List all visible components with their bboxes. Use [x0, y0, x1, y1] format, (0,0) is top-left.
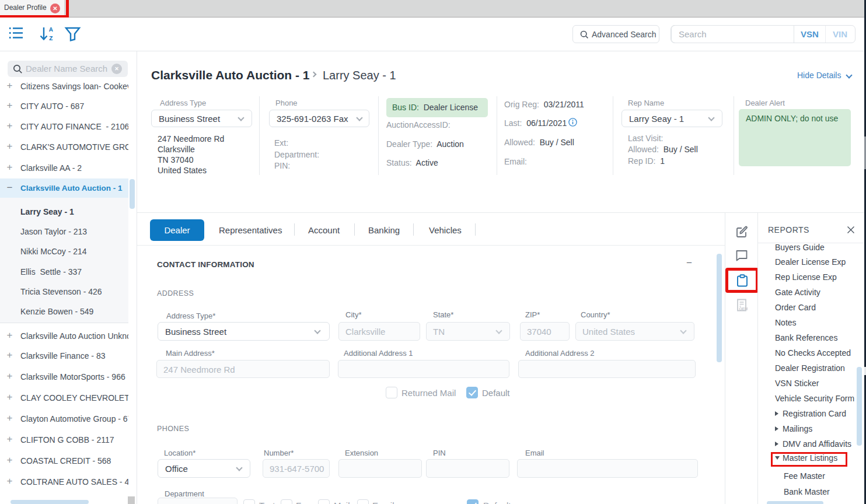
- svg-text:A: A: [49, 26, 53, 33]
- svg-text:OEM: OEM: [739, 307, 748, 311]
- svg-text:Z: Z: [49, 35, 53, 42]
